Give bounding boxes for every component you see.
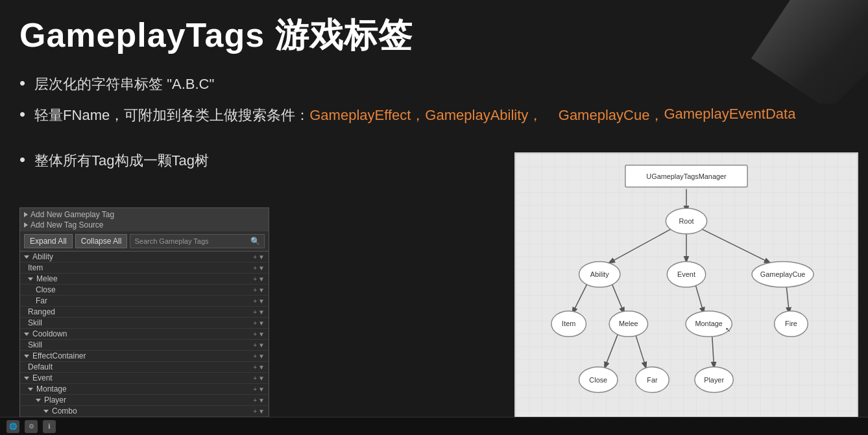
svg-text:Event: Event [677,270,695,278]
globe-icon[interactable]: 🌐 [6,420,19,433]
tag-label-melee: Melee [36,274,58,283]
search-container: Search Gameplay Tags 🔍 [130,234,265,248]
expand-icon-combo [43,410,49,413]
svg-text:Melee: Melee [619,320,638,327]
search-icon: 🔍 [250,237,260,246]
highlight-gameplay-effect: GameplayEffect， [309,106,425,125]
tag-row-cooldown[interactable]: Cooldown +▼ [20,329,269,340]
tag-row-player[interactable]: Player +▼ [20,395,269,406]
tag-label-far: Far [36,296,47,305]
menu-item-add-source[interactable]: Add New Tag Source [24,220,265,229]
main-content: GameplayTags 游戏标签 层次化的字符串标签 "A.B.C" 轻量FN… [0,0,868,195]
tag-actions-cooldown: +▼ [253,331,265,338]
highlight-gameplay-event-data: GameplayEventData [664,106,795,123]
tag-actions-ranged: +▼ [253,309,265,316]
tag-label-cooldown: Cooldown [32,329,67,338]
svg-text:Root: Root [679,217,694,225]
bottom-bar: 🌐 ⚙ ℹ [0,417,868,435]
tag-label-close: Close [36,285,56,294]
tag-actions-item: +▼ [253,265,265,272]
tag-panel: Add New Gameplay Tag Add New Tag Source … [19,207,269,417]
tag-row-default[interactable]: Default +▼ [20,362,269,373]
tag-actions-default: +▼ [253,364,265,371]
svg-text:↖: ↖ [725,326,730,333]
tag-label-default: Default [28,362,53,371]
tag-actions-effectcontainer: +▼ [253,353,265,360]
tag-label-ranged: Ranged [28,307,55,316]
tag-actions-combo: +▼ [253,408,265,415]
tag-label-montage: Montage [36,384,67,394]
svg-text:Player: Player [704,376,724,384]
expand-icon-event [24,377,29,380]
tag-actions-skill-ability: +▼ [253,320,265,327]
tag-row-close[interactable]: Close +▼ [20,285,269,296]
svg-text:Close: Close [589,376,607,384]
bullet-item-3: 整体所有Tag构成一颗Tag树 [19,151,849,170]
bullet-text-3: 整体所有Tag构成一颗Tag树 [34,151,209,170]
highlight-gameplay-ability: GameplayAbility， [425,106,542,125]
collapse-all-button[interactable]: Collapse All [75,234,128,248]
tag-row-skill-cooldown[interactable]: Skill +▼ [20,340,269,351]
tag-row-effectcontainer[interactable]: EffectContainer +▼ [20,351,269,362]
svg-text:Ability: Ability [590,270,610,278]
tag-row-skill-ability[interactable]: Skill +▼ [20,318,269,329]
expand-icon-melee [28,277,33,281]
tag-row-event[interactable]: Event +▼ [20,373,269,384]
expand-icon-ability [24,255,29,259]
tag-label-event: Event [32,373,53,382]
svg-text:Montage: Montage [695,320,723,327]
expand-icon-player [36,399,41,402]
tag-toolbar: Expand All Collapse All Search Gameplay … [20,231,269,252]
tag-actions-far: +▼ [253,298,265,305]
menu-item-add-source-label: Add New Tag Source [30,220,104,229]
svg-text:GameplayCue: GameplayCue [760,270,806,278]
tag-tree: Ability +▼ Item +▼ Melee +▼ Close +▼ [20,252,269,417]
tag-actions-montage: +▼ [253,386,265,393]
tag-label-skill-cooldown: Skill [28,340,42,349]
tag-label-effectcontainer: EffectContainer [32,351,86,360]
tag-label-player: Player [44,395,66,405]
tag-actions-close: +▼ [253,287,265,294]
tag-label-combo: Combo [52,406,77,416]
tag-label-item: Item [28,263,43,272]
tag-row-ability[interactable]: Ability +▼ [20,252,269,263]
tag-row-melee[interactable]: Melee +▼ [20,274,269,285]
search-placeholder-text: Search Gameplay Tags [134,237,208,245]
highlight-gameplay-cue: GameplayCue， [559,106,664,125]
menu-item-add-tag[interactable]: Add New Gameplay Tag [24,210,265,219]
expand-icon-montage [28,388,33,391]
tag-actions-melee: +▼ [253,276,265,283]
tag-panel-menu: Add New Gameplay Tag Add New Tag Source [20,208,269,231]
menu-item-add-tag-label: Add New Gameplay Tag [30,210,114,219]
tag-actions-player: +▼ [253,397,265,404]
bullet-text-1: 层次化的字符串标签 "A.B.C" [34,75,214,94]
expand-all-button[interactable]: Expand All [24,234,73,248]
tag-row-ranged[interactable]: Ranged +▼ [20,307,269,318]
svg-text:Fire: Fire [785,320,797,327]
bullet-item-1: 层次化的字符串标签 "A.B.C" [19,75,849,94]
tag-row-item[interactable]: Item +▼ [20,263,269,274]
tag-actions-event: +▼ [253,375,265,382]
tag-label-skill-ability: Skill [28,318,42,327]
info-icon[interactable]: ℹ [43,420,56,433]
bullet-text-2-prefix: 轻量FName，可附加到各类上做搜索条件： [34,106,309,125]
svg-text:Item: Item [562,320,575,327]
svg-text:Far: Far [647,376,658,384]
page-title: GameplayTags 游戏标签 [19,13,849,58]
tag-actions-skill-cooldown: +▼ [253,342,265,349]
tag-row-montage[interactable]: Montage +▼ [20,384,269,395]
tag-row-combo[interactable]: Combo +▼ [20,406,269,417]
bullet-list: 层次化的字符串标签 "A.B.C" 轻量FName，可附加到各类上做搜索条件： … [19,75,849,170]
tag-row-far[interactable]: Far +▼ [20,296,269,307]
tag-label-ability: Ability [32,252,53,261]
expand-icon-effectcontainer [24,355,29,358]
bullet-item-2: 轻量FName，可附加到各类上做搜索条件： GameplayEffect， Ga… [19,106,849,139]
triangle-right-icon-2 [24,222,28,228]
expand-icon-cooldown [24,333,29,336]
triangle-right-icon [24,212,28,217]
settings-icon[interactable]: ⚙ [25,420,38,433]
tag-actions-ability: +▼ [253,253,265,261]
